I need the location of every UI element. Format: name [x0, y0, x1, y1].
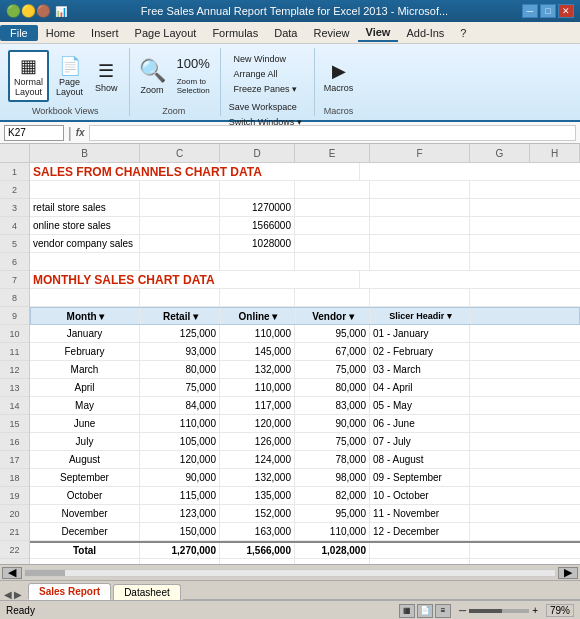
cell-c23[interactable]: [140, 559, 220, 564]
window-controls[interactable]: ─ □ ✕: [522, 4, 574, 18]
cell-c13[interactable]: 75,000: [140, 379, 220, 396]
cell-d17[interactable]: 124,000: [220, 451, 295, 468]
scroll-right-btn[interactable]: ▶: [558, 567, 578, 579]
cell-d12[interactable]: 132,000: [220, 361, 295, 378]
view-page-layout-btn[interactable]: 📄: [417, 604, 433, 618]
menu-file[interactable]: File: [0, 25, 38, 41]
menu-help[interactable]: ?: [452, 25, 474, 41]
cell-c9-retail[interactable]: Retail ▾: [141, 308, 221, 324]
ribbon-btn-normal[interactable]: ▦ NormalLayout: [8, 50, 49, 102]
cell-f8[interactable]: [370, 289, 470, 306]
menu-home[interactable]: Home: [38, 25, 83, 41]
h-scrollbar-track[interactable]: [24, 569, 556, 577]
cell-e23[interactable]: [295, 559, 370, 564]
cell-b15[interactable]: June: [30, 415, 140, 432]
cell-c8[interactable]: [140, 289, 220, 306]
cell-d5[interactable]: 1028000: [220, 235, 295, 252]
cell-e9-vendor[interactable]: Vendor ▾: [296, 308, 371, 324]
cell-b3[interactable]: retail store sales: [30, 199, 140, 216]
cell-b19[interactable]: October: [30, 487, 140, 504]
cell-e17[interactable]: 78,000: [295, 451, 370, 468]
scroll-left-btn[interactable]: ◀: [2, 567, 22, 579]
cell-c3[interactable]: [140, 199, 220, 216]
ribbon-btn-100pct[interactable]: 100%: [173, 54, 214, 73]
cell-b5[interactable]: vendor company sales: [30, 235, 140, 252]
cell-b9-month[interactable]: Month ▾: [31, 308, 141, 324]
tab-nav-right[interactable]: ▶: [14, 589, 22, 600]
cell-c2[interactable]: [140, 181, 220, 198]
cell-e18[interactable]: 98,000: [295, 469, 370, 486]
cell-d14[interactable]: 117,000: [220, 397, 295, 414]
zoom-plus[interactable]: +: [532, 605, 538, 616]
tab-nav-left[interactable]: ◀: [4, 589, 12, 600]
name-box[interactable]: K27: [4, 125, 64, 141]
cell-c6[interactable]: [140, 253, 220, 270]
ribbon-btn-arrange-all[interactable]: Arrange All: [230, 67, 282, 81]
cell-b18[interactable]: September: [30, 469, 140, 486]
cell-d15[interactable]: 120,000: [220, 415, 295, 432]
menu-view[interactable]: View: [358, 24, 399, 42]
cell-d3[interactable]: 1270000: [220, 199, 295, 216]
zoom-minus[interactable]: ─: [459, 605, 466, 616]
cell-f19[interactable]: 10 - October: [370, 487, 470, 504]
minimize-button[interactable]: ─: [522, 4, 538, 18]
ribbon-btn-macros[interactable]: ▶ Macros: [319, 50, 359, 102]
cell-c18[interactable]: 90,000: [140, 469, 220, 486]
ribbon-btn-freeze-panes[interactable]: Freeze Panes ▾: [230, 82, 302, 96]
menu-data[interactable]: Data: [266, 25, 305, 41]
cell-e21[interactable]: 110,000: [295, 523, 370, 540]
cell-f16[interactable]: 07 - July: [370, 433, 470, 450]
ribbon-btn-zoom[interactable]: 🔍 Zoom: [134, 50, 171, 102]
cell-d13[interactable]: 110,000: [220, 379, 295, 396]
cell-e8[interactable]: [295, 289, 370, 306]
cell-e3[interactable]: [295, 199, 370, 216]
cell-b2[interactable]: [30, 181, 140, 198]
cell-e6[interactable]: [295, 253, 370, 270]
cell-f21[interactable]: 12 - December: [370, 523, 470, 540]
tab-sales-report[interactable]: Sales Report: [28, 583, 111, 600]
cell-d4[interactable]: 1566000: [220, 217, 295, 234]
cell-f15[interactable]: 06 - June: [370, 415, 470, 432]
cell-e5[interactable]: [295, 235, 370, 252]
cell-f10[interactable]: 01 - January: [370, 325, 470, 342]
cell-e12[interactable]: 75,000: [295, 361, 370, 378]
cell-f22[interactable]: [370, 543, 470, 558]
ribbon-btn-save-workspace[interactable]: Save Workspace: [225, 100, 301, 114]
cell-e22[interactable]: 1,028,000: [295, 543, 370, 558]
ribbon-btn-page-layout[interactable]: 📄 PageLayout: [51, 50, 88, 102]
cell-c20[interactable]: 123,000: [140, 505, 220, 522]
tab-datasheet[interactable]: Datasheet: [113, 584, 181, 600]
cell-b8[interactable]: [30, 289, 140, 306]
cell-f5[interactable]: [370, 235, 470, 252]
cell-c11[interactable]: 93,000: [140, 343, 220, 360]
cell-f14[interactable]: 05 - May: [370, 397, 470, 414]
cell-f17[interactable]: 08 - August: [370, 451, 470, 468]
menu-review[interactable]: Review: [305, 25, 357, 41]
ribbon-btn-zoom-selection[interactable]: Zoom toSelection: [173, 74, 214, 98]
cell-d6[interactable]: [220, 253, 295, 270]
cell-e10[interactable]: 95,000: [295, 325, 370, 342]
cell-c19[interactable]: 115,000: [140, 487, 220, 504]
zoom-level[interactable]: 79%: [546, 604, 574, 617]
cell-e20[interactable]: 95,000: [295, 505, 370, 522]
cell-b21[interactable]: December: [30, 523, 140, 540]
cell-b17[interactable]: August: [30, 451, 140, 468]
cell-e15[interactable]: 90,000: [295, 415, 370, 432]
cell-c5[interactable]: [140, 235, 220, 252]
cell-b7[interactable]: MONTHLY SALES CHART DATA: [30, 271, 360, 288]
cell-f23[interactable]: [370, 559, 470, 564]
cell-c4[interactable]: [140, 217, 220, 234]
view-normal-btn[interactable]: ▦: [399, 604, 415, 618]
cell-f18[interactable]: 09 - September: [370, 469, 470, 486]
cell-b11[interactable]: February: [30, 343, 140, 360]
cell-d16[interactable]: 126,000: [220, 433, 295, 450]
ribbon-btn-show[interactable]: ☰ Show: [90, 50, 123, 102]
cell-e11[interactable]: 67,000: [295, 343, 370, 360]
cell-f4[interactable]: [370, 217, 470, 234]
cell-d11[interactable]: 145,000: [220, 343, 295, 360]
cell-b20[interactable]: November: [30, 505, 140, 522]
cell-f6[interactable]: [370, 253, 470, 270]
cell-c15[interactable]: 110,000: [140, 415, 220, 432]
cell-b23[interactable]: [30, 559, 140, 564]
close-button[interactable]: ✕: [558, 4, 574, 18]
